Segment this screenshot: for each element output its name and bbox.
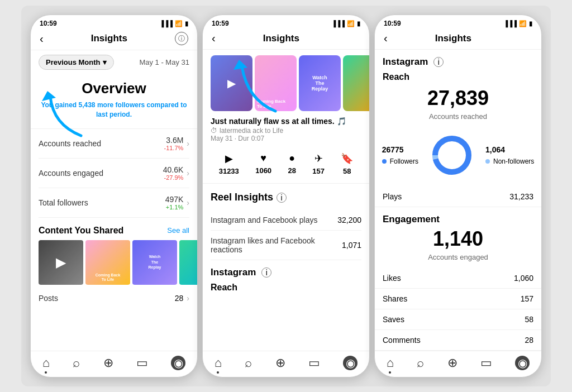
status-bar-2: 10:59 ▐▐▐ 📶 ▮ xyxy=(203,15,369,30)
followers-dot xyxy=(382,159,387,164)
thumb-label-3: WatchTheReplay xyxy=(149,254,161,270)
filter-bar: Previous Month ▾ May 1 - May 31 xyxy=(31,50,197,74)
insights-row-likes: Instagram likes and Facebook reactions 1… xyxy=(211,231,361,260)
right-legend: 1,064 Non-followers xyxy=(485,145,534,165)
nav-search-1[interactable]: ⌕ xyxy=(73,356,80,370)
stat-value-group-2: 40.6K -27.9% › xyxy=(163,165,189,181)
comments-row: Comments 28 xyxy=(375,330,541,351)
reel-saves-value: 58 xyxy=(343,167,351,175)
nav-reels-3[interactable]: ▭ xyxy=(480,356,492,370)
reel-preview-area: ▶ Coming BackTo Life WatchTheReplay xyxy=(203,50,369,117)
followers-label-item: Followers xyxy=(382,157,418,165)
nav-add-3[interactable]: ⊕ xyxy=(447,356,457,370)
screenshots-container: 10:59 ▐▐▐ 📶 ▮ ‹ Insights ⓘ Previous Mont… xyxy=(21,6,551,386)
donut-section: 26775 Followers xyxy=(375,128,541,187)
reel-account: latermedia ack to Life xyxy=(220,127,283,135)
reel-stat-saves: 🔖 58 xyxy=(341,152,353,175)
nav-title-3: Insights xyxy=(435,33,471,44)
reach-big-number: 27,839 xyxy=(375,87,541,110)
shares-row: Shares 157 xyxy=(375,289,541,309)
reel-insights-section: Reel Insights i Instagram and Facebook p… xyxy=(203,184,369,260)
nav-bar-1: ‹ Insights ⓘ xyxy=(31,30,197,50)
platform-header-3: Instagram i xyxy=(375,50,541,70)
insights-plays-value: 32,200 xyxy=(337,216,361,224)
reel-info: Just naturally flaw ss at all times. 🎵 ⏱… xyxy=(203,117,369,147)
content-section-header: Content You Shared See all xyxy=(31,218,197,240)
followers-value: 26775 xyxy=(382,145,404,154)
nav-profile-1[interactable]: ◉ xyxy=(171,356,185,370)
see-all-button[interactable]: See all xyxy=(167,226,189,235)
nav-add-2[interactable]: ⊕ xyxy=(275,356,285,370)
reel-likes-value: 1060 xyxy=(255,166,271,175)
followers-label: Followers xyxy=(390,157,418,165)
status-bar-1: 10:59 ▐▐▐ 📶 ▮ xyxy=(31,15,197,30)
nav-title-1: Insights xyxy=(91,33,127,44)
back-button-3[interactable]: ‹ xyxy=(384,32,388,45)
nonfollowers-value: 1,064 xyxy=(485,145,505,154)
screen2-content: ▶ Coming BackTo Life WatchTheReplay xyxy=(203,50,369,351)
status-icons-3: ▐▐▐ 📶 ▮ xyxy=(504,20,532,27)
reel-preview: ▶ Coming BackTo Life WatchTheReplay xyxy=(203,50,369,117)
reel-thumb-label-3: WatchTheReplay xyxy=(312,75,328,92)
chevron-down-icon: ▾ xyxy=(103,58,107,66)
reel-stat-shares: ✈ 157 xyxy=(312,152,325,175)
thumb-label-2: Coming BackTo Life xyxy=(96,273,121,283)
nav-title-2: Insights xyxy=(263,33,299,44)
reel-thumb-3[interactable]: WatchTheReplay xyxy=(299,55,341,111)
nav-home-1[interactable]: ⌂ xyxy=(42,356,50,370)
nav-profile-2[interactable]: ◉ xyxy=(343,356,358,370)
comment-icon: ● xyxy=(289,152,295,164)
heart-icon: ♥ xyxy=(260,152,266,164)
posts-count[interactable]: 28 › xyxy=(175,294,189,303)
content-thumb-3[interactable]: WatchTheReplay xyxy=(132,240,177,285)
filter-button[interactable]: Previous Month ▾ xyxy=(39,55,114,70)
back-button-1[interactable]: ‹ xyxy=(40,32,44,45)
stat-row-accounts-engaged[interactable]: Accounts engaged 40.6K -27.9% › xyxy=(39,159,189,188)
overview-section: Overview You gained 5,438 more followers… xyxy=(31,74,197,128)
content-thumb-2[interactable]: Coming BackTo Life xyxy=(85,240,130,285)
stat-row-total-followers[interactable]: Total followers 497K +1.1% › xyxy=(39,188,189,218)
nav-reels-1[interactable]: ▭ xyxy=(136,356,148,370)
phone-screen-1: 10:59 ▐▐▐ 📶 ▮ ‹ Insights ⓘ Previous Mont… xyxy=(30,15,198,377)
back-button-2[interactable]: ‹ xyxy=(212,32,216,45)
stat-row-accounts-reached[interactable]: Accounts reached 3.6M -11.7% › xyxy=(39,129,189,159)
video-icon-1: ▶ xyxy=(56,255,66,270)
reel-comments-value: 28 xyxy=(288,166,295,175)
wifi-icon: 📶 xyxy=(175,20,183,27)
nav-search-2[interactable]: ⌕ xyxy=(245,356,252,370)
instagram-platform-header: Instagram i xyxy=(203,260,369,280)
reach-section-title: Reach xyxy=(375,70,541,87)
nav-search-3[interactable]: ⌕ xyxy=(417,356,424,370)
stat-change-total-followers: +1.1% xyxy=(165,204,184,211)
engagement-big-number: 1,140 xyxy=(375,227,541,251)
stat-change-accounts-engaged: -27.9% xyxy=(163,174,184,181)
info-icon-instagram-2: i xyxy=(261,267,271,278)
reel-date-text: May 31 · Dur xyxy=(211,135,249,142)
left-legend: 26775 Followers xyxy=(382,145,418,165)
nav-reels-2[interactable]: ▭ xyxy=(308,356,320,370)
nav-home-3[interactable]: ⌂ xyxy=(387,356,394,370)
saves-label: Saves xyxy=(383,315,404,324)
insights-likes-value: 1,071 xyxy=(342,241,361,250)
reel-thumb-2[interactable]: Coming BackTo Life xyxy=(255,55,297,111)
stats-list: Accounts reached 3.6M -11.7% › Accounts … xyxy=(31,128,197,218)
content-thumb-1[interactable]: ▶ xyxy=(39,240,83,285)
nav-profile-3[interactable]: ◉ xyxy=(515,356,530,370)
reel-stat-comments: ● 28 xyxy=(288,152,295,175)
reel-thumb-1[interactable]: ▶ xyxy=(211,55,252,111)
nav-home-2[interactable]: ⌂ xyxy=(214,356,222,370)
reel-thumb-4[interactable] xyxy=(343,55,369,111)
status-icons-1: ▐▐▐ 📶 ▮ xyxy=(160,20,188,27)
posts-footer: Posts 28 › xyxy=(31,290,197,308)
overview-text: You gained xyxy=(41,101,77,109)
nav-bar-3: ‹ Insights xyxy=(375,30,541,50)
donut-chart xyxy=(430,133,474,178)
bottom-nav-3: ⌂ ⌕ ⊕ ▭ ◉ xyxy=(375,351,541,377)
bottom-nav-1: ⌂ ⌕ ⊕ ▭ ◉ xyxy=(31,351,197,377)
nav-add-1[interactable]: ⊕ xyxy=(103,356,113,370)
nonfollowers-label-item: Non-followers xyxy=(485,157,534,165)
info-button-1[interactable]: ⓘ xyxy=(175,32,188,45)
content-thumb-4[interactable] xyxy=(179,240,197,285)
stat-value-accounts-engaged: 40.6K xyxy=(163,165,184,174)
signal-icon: ▐▐▐ xyxy=(160,20,173,27)
